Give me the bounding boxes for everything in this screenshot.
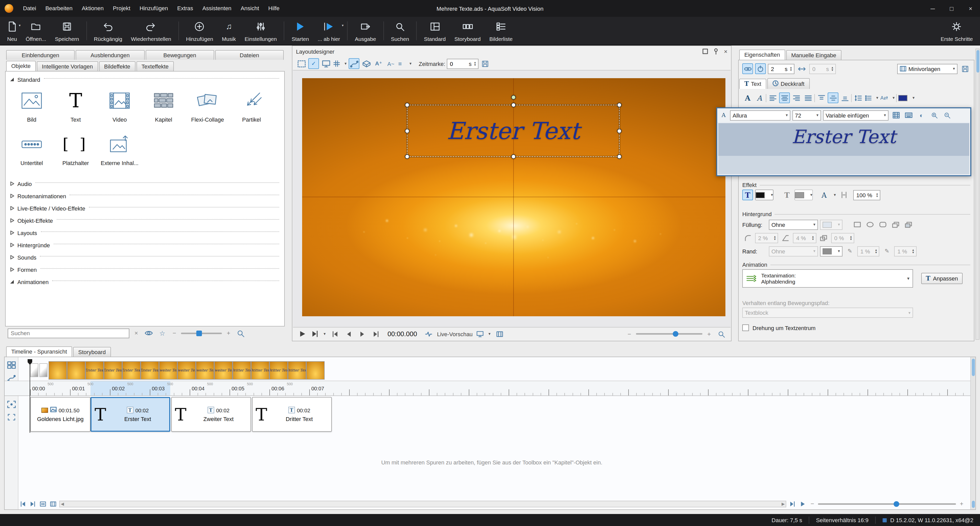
text-fill-icon[interactable]: T — [742, 189, 753, 200]
scrollbar-thumb-end[interactable] — [972, 501, 975, 508]
timeline-item-zweiter-text[interactable]: T T00:02 Zweiter Text — [171, 397, 251, 432]
font-increase-icon[interactable]: A⁺ — [373, 58, 384, 69]
resize-handle[interactable] — [617, 129, 622, 133]
fuellung-dropdown[interactable]: Ohne▾ — [769, 219, 818, 230]
anpassen-button[interactable]: T Anpassen — [921, 273, 963, 284]
section-audio[interactable]: Audio — [10, 180, 280, 188]
menu-hilfe[interactable]: Hilfe — [264, 0, 284, 17]
timeline-zoom-slider[interactable] — [818, 503, 956, 505]
bg-shape-rounded-icon[interactable] — [877, 219, 888, 230]
add-button[interactable]: Hinzufügen — [182, 19, 217, 43]
go-start-icon[interactable] — [18, 500, 27, 508]
font-effect-dropdown[interactable]: A▾ — [821, 189, 836, 200]
tab-bewegungen[interactable]: Bewegungen — [145, 50, 214, 60]
editor-text[interactable]: Erster Text — [792, 126, 896, 147]
opacity-spinner[interactable]: 100 % ▲▼ — [853, 190, 881, 200]
new-button[interactable]: ▾ Neu — [3, 19, 21, 43]
zoom-out-icon[interactable]: − — [171, 328, 178, 338]
spinner-arrows-icon[interactable]: ▲▼ — [789, 66, 793, 71]
minivorlagen-dropdown[interactable]: Minivorlagen▾ — [897, 64, 958, 74]
favorites-star-icon[interactable]: ☆ — [157, 328, 168, 338]
tab-storyboard[interactable]: Storyboard — [73, 347, 111, 357]
search-button[interactable]: Suchen — [387, 19, 413, 43]
resize-handle[interactable] — [617, 103, 622, 107]
preview-monitor-icon[interactable]: ▾ — [476, 329, 491, 339]
play-preview-icon[interactable] — [297, 329, 308, 339]
menu-projekt[interactable]: Projekt — [108, 0, 135, 17]
bold-icon[interactable]: A — [742, 92, 753, 103]
menu-assistenten[interactable]: Assistenten — [198, 0, 236, 17]
canvas-zoom-in-icon[interactable]: + — [705, 329, 713, 339]
toolbox-item-untertitel[interactable]: Untertitel — [10, 131, 54, 166]
storyboard-view-button[interactable]: Storyboard — [450, 19, 485, 43]
variable-insert-dropdown[interactable]: Variable einfügen▾ — [823, 110, 888, 120]
open-button[interactable]: Öffnen... — [22, 19, 50, 43]
undo-button[interactable]: Rückgängig — [90, 19, 126, 43]
toolbox-item-externe-inhalte[interactable]: Externe Inhal... — [98, 131, 142, 166]
fill-color-dropdown[interactable]: ▾ — [755, 189, 773, 200]
menu-hinzufuegen[interactable]: Hinzufügen — [135, 0, 173, 17]
align-justify-icon[interactable] — [803, 92, 813, 103]
scrollbar-thumb[interactable] — [977, 50, 980, 73]
toolbox-item-partikel[interactable]: Partikel — [229, 87, 274, 122]
resize-handle[interactable] — [405, 154, 409, 159]
zoom-in-icon[interactable]: + — [225, 328, 232, 338]
outline-color-dropdown[interactable]: ▾ — [794, 189, 813, 200]
toolbox-item-video[interactable]: Video — [98, 87, 142, 122]
section-objekt-effekte[interactable]: Objekt-Effekte — [10, 216, 280, 225]
apply-check-icon[interactable]: ✓ — [308, 58, 319, 69]
play-from-time-icon[interactable]: ▾ — [311, 329, 326, 339]
tab-text[interactable]: T Text — [739, 79, 766, 89]
resize-handle[interactable] — [511, 154, 515, 159]
list-options-icon[interactable]: ≡▾ — [398, 58, 412, 69]
save-button[interactable]: Speichern — [51, 19, 83, 43]
timeline-ruler[interactable]: 00:00 00:01 00:02 00:03 00:04 00:05 00:0… — [5, 381, 975, 396]
scrollbar-thumb[interactable] — [972, 359, 975, 376]
timeline-zoom-in-icon[interactable]: + — [958, 498, 965, 509]
timeline-zoom-out-icon[interactable]: − — [809, 498, 816, 509]
timeline-vscrollbar[interactable] — [970, 357, 975, 509]
export-button[interactable]: Ausgabe — [351, 19, 380, 43]
selection-frame-icon[interactable] — [296, 58, 307, 69]
section-routenanimationen[interactable]: Routenanimationen — [10, 192, 280, 200]
text-selection-box[interactable]: Erster Text — [407, 105, 620, 157]
tracking-icon[interactable]: A⇄▾ — [880, 92, 895, 103]
tab-manuelle-eingabe[interactable]: Manuelle Eingabe — [786, 50, 841, 60]
menu-bearbeiten[interactable]: Bearbeiten — [41, 0, 77, 17]
magnifier-icon[interactable] — [235, 328, 246, 338]
preview-canvas[interactable]: Erster Text — [302, 78, 725, 316]
skip-end-icon[interactable] — [371, 329, 381, 339]
fit-duration-icon[interactable] — [797, 64, 807, 74]
go-selected-icon[interactable] — [29, 500, 37, 508]
tab-dateien[interactable]: Dateien — [215, 50, 284, 60]
rand-color-dropdown[interactable]: ▾ — [820, 246, 843, 256]
zoom-fit-icon[interactable] — [716, 329, 726, 339]
font-family-dropdown[interactable]: Allura▾ — [730, 110, 790, 120]
toolbox-item-text[interactable]: T Text — [54, 87, 98, 122]
italic-icon[interactable]: A — [754, 92, 765, 103]
bg-shape-rect-icon[interactable] — [852, 219, 862, 230]
resize-handle[interactable] — [405, 103, 409, 107]
valign-bottom-icon[interactable] — [839, 92, 850, 103]
tab-intelligente-vorlagen[interactable]: Intelligente Vorlagen — [37, 61, 98, 71]
keyboard-icon[interactable] — [903, 110, 914, 121]
menu-aktionen[interactable]: Aktionen — [77, 0, 108, 17]
power-icon[interactable] — [755, 64, 766, 74]
skip-start-icon[interactable] — [329, 329, 340, 339]
frame-view-icon[interactable] — [49, 500, 57, 508]
stroke-width-icon[interactable] — [838, 189, 849, 200]
step-forward-icon[interactable] — [357, 329, 368, 339]
zeitmarke-input[interactable] — [450, 60, 467, 67]
canvas-zoom-slider[interactable] — [636, 333, 702, 335]
menu-datei[interactable]: Datei — [18, 0, 41, 17]
restore-panel-icon[interactable] — [702, 48, 708, 55]
music-button[interactable]: ♫ Musik — [218, 19, 240, 43]
playhead-line[interactable] — [30, 360, 30, 433]
slider-thumb[interactable] — [673, 331, 678, 337]
font-color-dropdown[interactable]: ▾ — [898, 92, 915, 103]
textanimation-dropdown[interactable]: Textanimation: Alphablending ▾ — [742, 269, 913, 288]
tab-texteffekte[interactable]: Texteffekte — [137, 61, 174, 71]
spinner-arrows-icon[interactable]: ▲▼ — [473, 61, 477, 66]
list-style-icon[interactable]: ▾ — [864, 92, 879, 103]
zeitmarke-spinner[interactable]: s ▲▼ — [447, 59, 479, 69]
